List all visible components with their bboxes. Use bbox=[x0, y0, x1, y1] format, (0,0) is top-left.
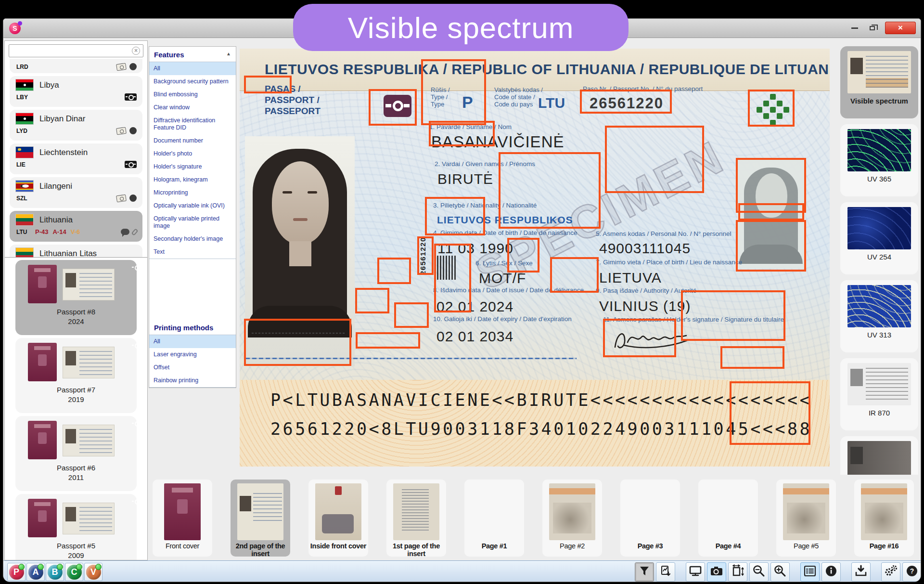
light-source-thumbnail bbox=[847, 285, 911, 327]
country-row-bottom: SZL bbox=[15, 195, 137, 202]
printing-methods-header[interactable]: Printing methods bbox=[149, 320, 236, 335]
filter-button[interactable] bbox=[635, 562, 654, 582]
clip-icon bbox=[131, 228, 138, 236]
country-row-bottom: LRD bbox=[15, 63, 137, 70]
doc-type-button-c[interactable]: C bbox=[65, 563, 83, 581]
field-value: BIRUTĖ bbox=[437, 171, 493, 187]
page-card[interactable]: Page #5 bbox=[776, 480, 836, 557]
light-source-card[interactable]: IR 870 bbox=[840, 358, 918, 430]
light-source-card[interactable]: Visible spectrum bbox=[840, 46, 918, 118]
features-item[interactable]: Hologram, kinegram bbox=[149, 173, 236, 186]
country-list-item[interactable]: LiechtensteinLIE bbox=[10, 143, 142, 174]
printing-item[interactable]: Laser engraving bbox=[149, 348, 236, 361]
help-button[interactable]: ? bbox=[902, 562, 921, 582]
passport-cover-thumbnail bbox=[28, 265, 57, 303]
filters-panel: Features ▲ AllBackground security patter… bbox=[149, 46, 236, 388]
report-export-icon bbox=[659, 565, 672, 579]
search-box: × bbox=[9, 44, 143, 57]
doc-type-button-b[interactable]: B bbox=[46, 563, 64, 581]
country-list-item[interactable]: LRD bbox=[10, 59, 142, 73]
features-item[interactable]: Diffractive identification Feature DID bbox=[149, 114, 236, 134]
printing-item[interactable]: Rainbow printing bbox=[149, 374, 236, 387]
camera-button[interactable] bbox=[707, 562, 726, 582]
restore-icon bbox=[870, 26, 875, 30]
printing-methods-list: AllLaser engravingOffsetRainbow printing bbox=[149, 335, 236, 388]
doc-type-button-a[interactable]: A bbox=[26, 563, 45, 581]
features-item[interactable]: Optically variable printed image bbox=[149, 212, 236, 233]
field-label: 5. Asmens kodas / Personal No. / N° pers… bbox=[596, 230, 732, 237]
minimize-button[interactable] bbox=[847, 22, 862, 34]
light-source-card[interactable]: UV 313 bbox=[840, 280, 918, 352]
page-card[interactable]: Page #2 bbox=[542, 480, 602, 557]
app-window: S × × LRDLibyaLBYLibyan DinarLYDLiechten… bbox=[3, 18, 921, 582]
features-item[interactable]: All bbox=[149, 62, 236, 75]
close-button[interactable]: × bbox=[885, 22, 916, 34]
page-card[interactable]: Page #1 bbox=[464, 480, 524, 557]
page-card[interactable]: 1st page of the insert bbox=[386, 480, 446, 557]
page-card[interactable]: Front cover bbox=[153, 480, 212, 557]
page-thumbnail bbox=[861, 483, 907, 540]
country-list-item[interactable]: Lithuanian LitasLTL bbox=[10, 245, 142, 257]
list-view-button[interactable] bbox=[800, 562, 820, 582]
page-thumbnail bbox=[471, 483, 517, 540]
highlight-mrz-end bbox=[730, 381, 810, 445]
country-list-item[interactable]: Libyan DinarLYD bbox=[10, 110, 142, 141]
row-icons bbox=[116, 127, 137, 134]
highlight-photo-bottom bbox=[244, 319, 351, 366]
features-item[interactable]: Holder's photo bbox=[149, 147, 236, 160]
light-source-card[interactable]: UV 254 bbox=[840, 202, 918, 274]
page-card[interactable]: Page #3 bbox=[620, 480, 680, 557]
features-item[interactable]: Holder's signature bbox=[149, 160, 236, 173]
printing-item[interactable]: Offset bbox=[149, 361, 236, 374]
zoom-out-button[interactable] bbox=[749, 562, 769, 582]
page-size-button[interactable] bbox=[728, 562, 747, 582]
page-label: 2nd page of the insert bbox=[231, 542, 290, 558]
monitor-button[interactable] bbox=[686, 562, 705, 582]
search-input[interactable] bbox=[12, 46, 128, 56]
page-card[interactable]: Page #16 bbox=[854, 480, 914, 557]
light-source-card[interactable] bbox=[840, 436, 918, 475]
document-image[interactable]: LIETUVOS RESPUBLIKA / REPUBLIC OF LITHUA… bbox=[240, 49, 830, 467]
country-list-item[interactable]: LibyaLBY bbox=[10, 76, 142, 107]
country-list-item[interactable]: LilangeniSZL bbox=[10, 177, 142, 208]
page-card[interactable]: Inside front cover bbox=[308, 480, 368, 557]
features-item[interactable]: Background security pattern bbox=[149, 75, 236, 88]
search-clear-icon[interactable]: × bbox=[132, 47, 140, 55]
passport-version-card[interactable]: Passport #72019 bbox=[15, 338, 137, 413]
version-tag: V-6 bbox=[71, 228, 80, 235]
page-card[interactable]: 2nd page of the insert bbox=[231, 480, 290, 557]
page-card[interactable]: Page #4 bbox=[698, 480, 758, 557]
doc-type-button-v[interactable]: V bbox=[84, 563, 103, 581]
zoom-in-button[interactable] bbox=[770, 562, 790, 582]
page-label: Inside front cover bbox=[308, 542, 368, 550]
highlight-secondary-image-middle bbox=[738, 203, 804, 221]
features-item[interactable]: Secondary holder's image bbox=[149, 233, 236, 246]
printing-item[interactable]: All bbox=[149, 335, 236, 348]
features-item[interactable]: Text bbox=[149, 246, 236, 259]
features-header[interactable]: Features ▲ bbox=[149, 47, 236, 62]
restore-button[interactable] bbox=[865, 22, 879, 34]
state-code-label: Valstybės kodas / Code of state / Code d… bbox=[494, 86, 543, 108]
country-list-item[interactable]: LithuaniaLTUP-43A-14V-6 bbox=[10, 211, 142, 242]
settings-button[interactable] bbox=[881, 562, 900, 582]
report-export-button[interactable] bbox=[656, 562, 675, 582]
features-item[interactable]: Document number bbox=[149, 134, 236, 147]
doc-type-button-p[interactable]: P bbox=[7, 563, 26, 581]
page-label: Page #5 bbox=[776, 542, 836, 550]
features-item[interactable]: Microprinting bbox=[149, 186, 236, 199]
highlight-photo-bottom-right bbox=[356, 332, 420, 349]
highlight-side-number bbox=[417, 236, 434, 275]
collapse-icon[interactable]: ▲ bbox=[226, 51, 231, 56]
features-item[interactable]: Blind embossing bbox=[149, 88, 236, 101]
passport-cover-thumbnail bbox=[28, 343, 57, 381]
features-item[interactable]: Clear window bbox=[149, 101, 236, 114]
features-item[interactable]: Optically variable ink (OVI) bbox=[149, 199, 236, 212]
passport-version-card[interactable]: Passport #82024 bbox=[15, 260, 137, 335]
light-source-card[interactable]: UV 365 bbox=[840, 124, 918, 196]
country-code: LRD bbox=[16, 64, 31, 70]
info-button[interactable] bbox=[821, 562, 841, 582]
download-button[interactable] bbox=[851, 562, 871, 582]
highlight-pasas bbox=[244, 76, 292, 93]
zoom-out-icon bbox=[752, 564, 766, 580]
field-value: 49003111045 bbox=[599, 240, 691, 257]
